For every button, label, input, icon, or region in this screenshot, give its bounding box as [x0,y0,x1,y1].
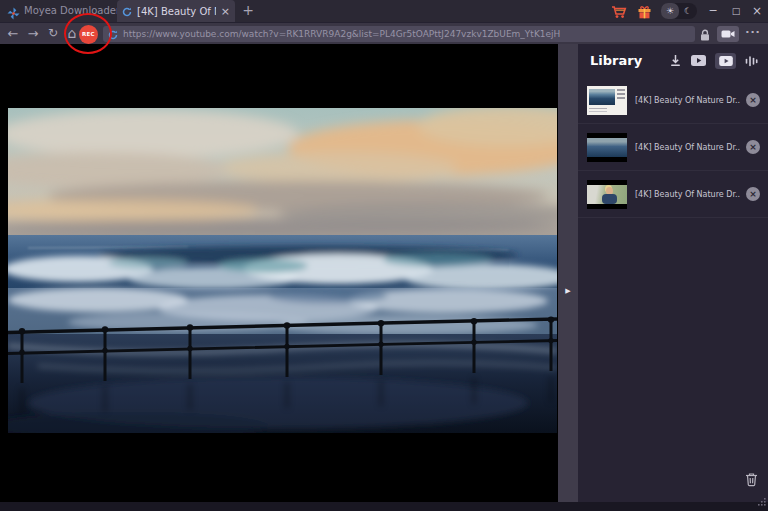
url-refresh-icon [108,25,118,44]
browser-viewport: ▶ [0,44,578,502]
maximize-button[interactable]: □ [727,0,745,22]
tab-close-icon[interactable]: × [221,6,230,17]
menu-dots-button[interactable]: ··· [742,23,764,44]
video-player[interactable] [8,108,557,433]
window-close-button[interactable]: × [748,0,766,22]
library-item[interactable]: [4K] Beauty Of Nature Dr... × [578,77,768,124]
sidebar-expander[interactable]: ▶ [558,44,578,502]
library-item[interactable]: [4K] Beauty Of Nature Dr... × [578,171,768,218]
browser-tab[interactable]: [4K] Beauty Of Natur × [117,0,235,22]
navigation-bar: ← → ↻ ⌂ REC https://www.youtube.com/watc… [0,22,768,44]
tab-title: [4K] Beauty Of Natur [137,6,216,17]
expand-arrow-icon: ▶ [565,287,570,295]
remove-item-icon[interactable]: × [746,187,760,201]
address-bar[interactable]: https://www.youtube.com/watch?v=RK1RRVR9… [103,26,695,42]
url-text: https://www.youtube.com/watch?v=RK1RRVR9… [123,29,560,39]
dark-mode-icon[interactable]: ☾ [679,3,697,19]
new-tab-button[interactable]: + [240,0,256,22]
title-bar: Moyea Downloader [4K] Beauty Of Natur × … [0,0,768,22]
video-title: [4K] Beauty Of Nature Dr... [635,96,740,105]
theme-toggle[interactable]: ☀ ☾ [661,3,697,19]
youtube-videos-icon[interactable] [691,55,706,66]
trash-icon[interactable] [745,472,758,491]
library-item[interactable]: [4K] Beauty Of Nature Dr... × [578,124,768,171]
record-button[interactable]: REC [79,25,98,44]
gift-icon[interactable] [637,4,652,23]
video-title: [4K] Beauty Of Nature Dr... [635,190,740,199]
remove-item-icon[interactable]: × [746,93,760,107]
minimize-button[interactable]: − [704,0,722,22]
tab-refresh-icon [122,2,132,21]
audio-library-icon[interactable] [745,55,758,67]
library-header: Library [578,44,768,77]
ocean-video-frame [8,108,557,433]
video-title: [4K] Beauty Of Nature Dr... [635,143,740,152]
youtube-selected-icon[interactable] [715,53,736,69]
light-mode-icon[interactable]: ☀ [661,3,679,19]
refresh-button[interactable]: ↻ [44,23,62,44]
cart-icon[interactable] [611,4,627,23]
status-bar [0,502,768,511]
video-thumbnail [587,180,627,209]
video-download-button[interactable] [717,26,739,42]
video-thumbnail [587,133,627,162]
remove-item-icon[interactable]: × [746,140,760,154]
video-thumbnail [587,86,627,115]
app-window: Moyea Downloader [4K] Beauty Of Natur × … [0,0,768,511]
downloads-filter-icon[interactable] [669,54,682,67]
library-sidebar: Library [4K] Beauty Of Nature Dr... × [578,44,768,502]
app-title: Moyea Downloader [24,0,120,22]
library-title: Library [590,53,642,68]
forward-button[interactable]: → [24,23,42,44]
resize-grip[interactable] [758,491,766,510]
back-button[interactable]: ← [4,23,22,44]
